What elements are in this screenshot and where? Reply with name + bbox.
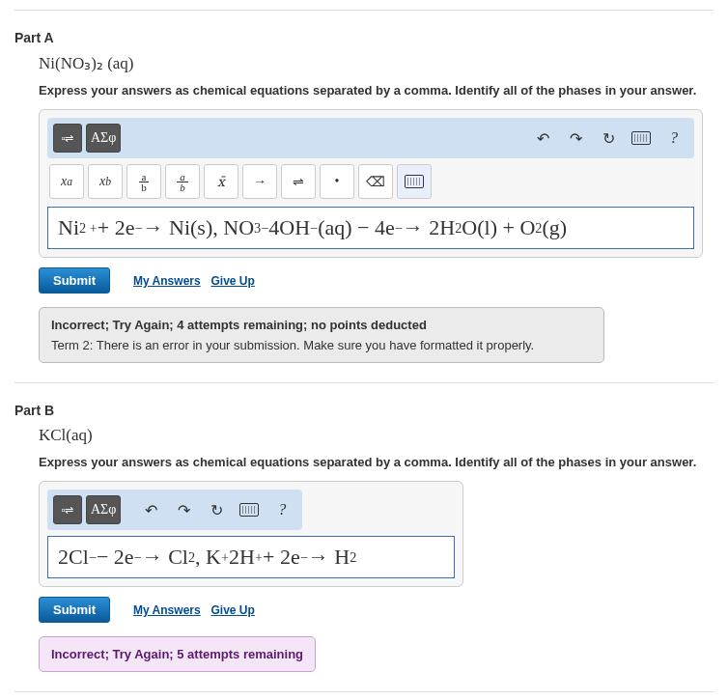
toolbar-row-b: ▫⇌ ΑΣφ ↶ ↷ ↻ ? [47, 490, 302, 530]
template-button[interactable]: ▫⇌ [53, 124, 82, 153]
feedback-title-a: Incorrect; Try Again; 4 attempts remaini… [51, 318, 592, 332]
my-answers-link[interactable]: My Answers [133, 274, 201, 288]
small-fraction-button[interactable]: ab [126, 164, 161, 199]
part-b: Part B KCl(aq) Express your answers as c… [14, 403, 714, 672]
toolbar-row-1: ▫⇌ ΑΣφ ↶ ↷ ↻ ? [47, 118, 694, 158]
feedback-title-b: Incorrect; Try Again; 5 attempts remaini… [51, 647, 303, 661]
dot-button[interactable]: • [320, 164, 354, 199]
part-b-title: Part B [14, 403, 714, 418]
xbar-button[interactable]: x̄ [204, 164, 238, 199]
help-icon[interactable]: ? [267, 495, 296, 524]
answer-input-b[interactable]: 2Cl− − 2e− → Cl2 , K+ 2H+ + 2e− → H2 [47, 536, 455, 578]
feedback-body-a: Term 2: There is an error in your submis… [51, 338, 592, 352]
keyboard-icon[interactable] [235, 495, 264, 524]
equilibrium-button[interactable]: ⇌ [281, 164, 316, 199]
reset-icon[interactable]: ↻ [594, 124, 623, 153]
submit-button[interactable]: Submit [39, 597, 110, 623]
feedback-box-a: Incorrect; Try Again; 4 attempts remaini… [39, 307, 604, 363]
submit-button[interactable]: Submit [39, 267, 110, 294]
undo-icon[interactable]: ↶ [528, 124, 557, 153]
arrow-button[interactable]: → [242, 164, 277, 199]
actions-a: Submit My Answers Give Up [39, 267, 714, 294]
top-divider [14, 10, 714, 11]
redo-icon[interactable]: ↷ [561, 124, 590, 153]
backspace-button[interactable]: ⌫ [358, 164, 393, 199]
fraction-button[interactable]: ab [165, 164, 200, 199]
equation-editor-b: ▫⇌ ΑΣφ ↶ ↷ ↻ ? 2Cl− − 2e− → Cl2 , K+ 2H+… [39, 481, 463, 587]
keyboard-toggle-button[interactable] [397, 164, 432, 199]
keyboard-icon[interactable] [627, 124, 656, 153]
bottom-divider [14, 691, 714, 692]
greek-button[interactable]: ΑΣφ [86, 495, 121, 524]
part-a: Part A Ni(NO₃)₂ (aq) Express your answer… [14, 30, 714, 363]
answer-input-a[interactable]: Ni2 + + 2e− → Ni(s), NO3− 4OH−(aq) − 4e−… [47, 207, 694, 249]
reset-icon[interactable]: ↻ [202, 495, 231, 524]
help-icon[interactable]: ? [659, 124, 688, 153]
part-b-instructions: Express your answers as chemical equatio… [39, 455, 714, 469]
greek-button[interactable]: ΑΣφ [86, 124, 121, 153]
actions-b: Submit My Answers Give Up [39, 597, 714, 623]
part-a-title: Part A [14, 30, 714, 45]
equation-editor-a: ▫⇌ ΑΣφ ↶ ↷ ↻ ? xa xb ab ab x̄ → ⇌ • ⌫ [39, 109, 703, 258]
part-a-formula: Ni(NO₃)₂ (aq) [39, 53, 714, 73]
subscript-button[interactable]: xb [88, 164, 123, 199]
my-answers-link[interactable]: My Answers [133, 603, 201, 617]
give-up-link[interactable]: Give Up [211, 274, 255, 288]
redo-icon[interactable]: ↷ [169, 495, 198, 524]
undo-icon[interactable]: ↶ [136, 495, 165, 524]
mid-divider [14, 382, 714, 383]
superscript-button[interactable]: xa [49, 164, 84, 199]
part-a-instructions: Express your answers as chemical equatio… [39, 83, 714, 98]
template-button[interactable]: ▫⇌ [53, 495, 82, 524]
give-up-link[interactable]: Give Up [211, 603, 255, 617]
symbol-row: xa xb ab ab x̄ → ⇌ • ⌫ [47, 164, 694, 199]
part-b-formula: KCl(aq) [39, 426, 714, 445]
feedback-box-b: Incorrect; Try Again; 5 attempts remaini… [39, 636, 316, 672]
